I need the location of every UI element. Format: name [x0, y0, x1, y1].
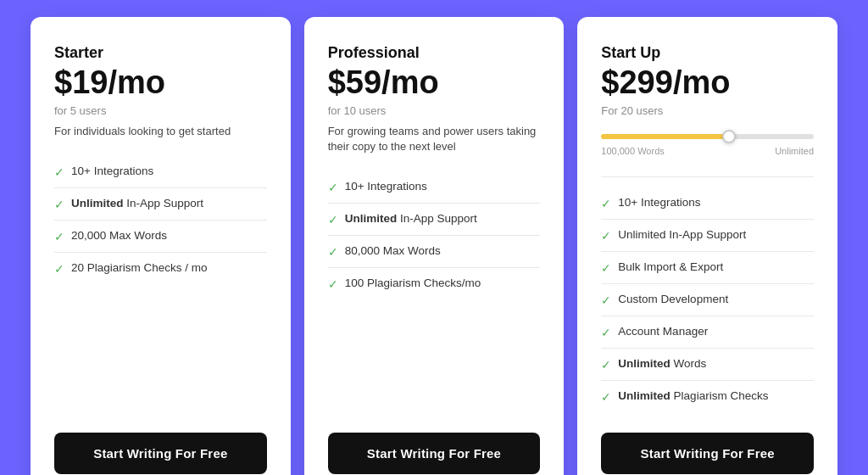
list-item: ✓ 20,000 Max Words [54, 221, 267, 253]
feature-text: 10+ Integrations [71, 165, 153, 177]
list-item: ✓ 10+ Integrations [54, 156, 267, 188]
list-item: ✓ 10+ Integrations [601, 187, 814, 220]
feature-text: Unlimited In-App Support [345, 212, 477, 225]
slider-labels: 100,000 Words Unlimited [601, 146, 814, 156]
slider-max-label: Unlimited [775, 146, 814, 156]
check-icon: ✓ [328, 213, 338, 226]
divider [601, 176, 814, 177]
list-item: ✓ 80,000 Max Words [328, 236, 541, 268]
check-icon: ✓ [601, 390, 611, 404]
professional-plan-price: $59/mo [328, 65, 541, 101]
list-item: ✓ Unlimited Words [601, 349, 814, 381]
feature-text: 20,000 Max Words [71, 229, 167, 242]
starter-plan-name: Starter [54, 44, 267, 62]
starter-card: Starter $19/mo for 5 users For individua… [31, 17, 291, 475]
list-item: ✓ Unlimited In-App Support [601, 220, 814, 252]
list-item: ✓ Unlimited Plagiarism Checks [601, 381, 814, 412]
feature-text: Account Manager [618, 325, 708, 338]
slider-thumb[interactable] [722, 130, 736, 143]
check-icon: ✓ [601, 197, 611, 210]
professional-plan-users: for 10 users [328, 104, 541, 117]
slider-track [601, 134, 814, 139]
starter-cta-button[interactable]: Start Writing For Free [54, 433, 267, 474]
feature-text: 100 Plagiarism Checks/mo [345, 277, 481, 289]
feature-text: 10+ Integrations [618, 196, 700, 209]
check-icon: ✓ [601, 358, 611, 372]
check-icon: ✓ [601, 326, 611, 339]
feature-text: Unlimited In-App Support [618, 228, 746, 241]
list-item: ✓ Unlimited In-App Support [328, 204, 541, 236]
check-icon: ✓ [328, 181, 338, 194]
words-slider-section: 100,000 Words Unlimited [601, 134, 814, 156]
feature-text: 20 Plagiarism Checks / mo [71, 261, 208, 274]
professional-features-list: ✓ 10+ Integrations ✓ Unlimited In-App Su… [328, 171, 541, 412]
list-item: ✓ Account Manager [601, 316, 814, 349]
list-item: ✓ 20 Plagiarism Checks / mo [54, 253, 267, 284]
check-icon: ✓ [601, 261, 611, 275]
feature-text: Custom Development [618, 293, 728, 305]
check-icon: ✓ [328, 245, 338, 259]
startup-card: Start Up $299/mo For 20 users 100,000 Wo… [577, 17, 837, 475]
feature-text: 80,000 Max Words [345, 244, 441, 257]
feature-text: Unlimited In-App Support [71, 197, 203, 210]
slider-min-label: 100,000 Words [601, 146, 664, 156]
check-icon: ✓ [54, 165, 64, 179]
list-item: ✓ 100 Plagiarism Checks/mo [328, 268, 541, 299]
feature-text: Unlimited Words [618, 357, 706, 370]
starter-plan-users: for 5 users [54, 104, 267, 117]
starter-plan-desc: For individuals looking to get started [54, 124, 267, 139]
check-icon: ✓ [54, 230, 64, 243]
professional-plan-desc: For growing teams and power users taking… [328, 124, 541, 154]
check-icon: ✓ [54, 262, 64, 276]
professional-card: Professional $59/mo for 10 users For gro… [304, 17, 565, 475]
feature-text: Unlimited Plagiarism Checks [618, 389, 768, 402]
pricing-cards: Starter $19/mo for 5 users For individua… [10, 0, 858, 475]
startup-features-list: ✓ 10+ Integrations ✓ Unlimited In-App Su… [601, 187, 814, 412]
check-icon: ✓ [601, 229, 611, 243]
professional-plan-name: Professional [328, 44, 541, 62]
startup-cta-button[interactable]: Start Writing For Free [601, 433, 814, 474]
list-item: ✓ Unlimited In-App Support [54, 188, 267, 221]
feature-text: 10+ Integrations [345, 180, 427, 193]
feature-text: Bulk Import & Export [618, 260, 723, 273]
startup-plan-users: For 20 users [601, 104, 814, 117]
check-icon: ✓ [54, 198, 64, 211]
check-icon: ✓ [601, 293, 611, 307]
check-icon: ✓ [328, 277, 338, 291]
professional-cta-button[interactable]: Start Writing For Free [328, 433, 541, 474]
list-item: ✓ Custom Development [601, 284, 814, 316]
list-item: ✓ 10+ Integrations [328, 171, 541, 204]
starter-plan-price: $19/mo [54, 65, 267, 101]
startup-plan-name: Start Up [601, 44, 814, 62]
startup-plan-price: $299/mo [601, 65, 814, 101]
starter-features-list: ✓ 10+ Integrations ✓ Unlimited In-App Su… [54, 156, 267, 412]
list-item: ✓ Bulk Import & Export [601, 252, 814, 284]
